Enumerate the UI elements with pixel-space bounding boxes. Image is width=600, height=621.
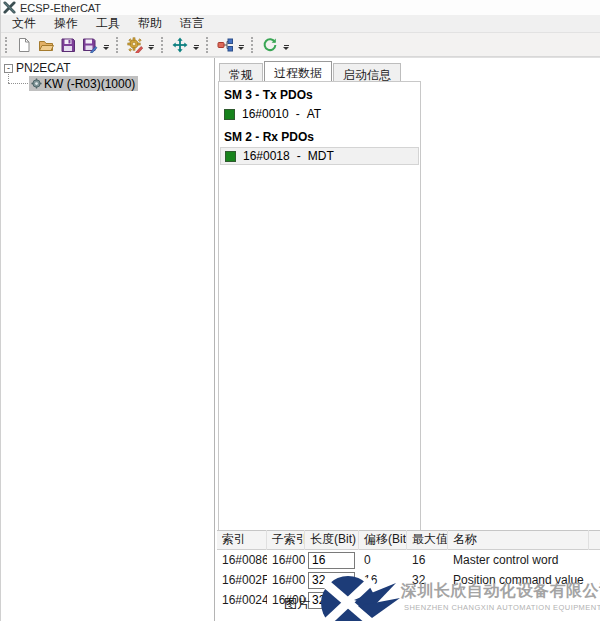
open-folder-icon <box>38 37 54 53</box>
toolbar-grip[interactable] <box>116 37 121 53</box>
pdo-dash: - <box>297 149 301 163</box>
pdo-item-mdt[interactable]: 16#0018 - MDT <box>220 147 419 165</box>
move-button[interactable] <box>170 35 190 55</box>
menu-operation[interactable]: 操作 <box>45 14 87 33</box>
new-file-button[interactable] <box>14 35 34 55</box>
pdo-list: SM 3 - Tx PDOs 16#0010 - AT SM 2 - Rx PD… <box>218 81 421 530</box>
company-name-en: SHENZHEN CHANGXIN AUTOMATION EQUIPMENT C… <box>404 603 600 612</box>
pdo-checkbox-icon[interactable] <box>225 151 236 162</box>
device-gear-icon <box>31 78 42 89</box>
cell-index: 16#0024 <box>217 593 267 607</box>
pdo-index: 16#0010 <box>242 107 289 121</box>
col-header-max[interactable]: 最大值 <box>407 530 448 550</box>
col-header-index[interactable]: 索引 <box>217 530 267 550</box>
pdo-group-title-rx: SM 2 - Rx PDOs <box>219 124 420 146</box>
pdo-checkbox-icon[interactable] <box>224 109 235 120</box>
topology-group-dropdown[interactable] <box>238 45 244 50</box>
tree-device-label: KW (-R03)(1000) <box>44 77 135 91</box>
menu-tools[interactable]: 工具 <box>87 14 129 33</box>
cell-index: 16#002F <box>217 573 267 587</box>
refresh-group-dropdown[interactable] <box>283 45 289 50</box>
app-logo-icon <box>3 1 16 14</box>
cross-arrows-icon <box>172 37 188 53</box>
toolbar <box>1 33 600 57</box>
main-area: - PN2ECAT KW (-R03)(1000) 常规 过程数据 启动信息 <box>1 57 600 621</box>
tab-general[interactable]: 常规 <box>219 63 263 81</box>
settings-group-dropdown[interactable] <box>148 45 154 50</box>
menu-file[interactable]: 文件 <box>3 14 45 33</box>
network-nodes-icon <box>217 37 233 53</box>
image-caption: 图片 <box>284 595 310 613</box>
pdo-item-at[interactable]: 16#0010 - AT <box>220 105 419 123</box>
length-input[interactable] <box>308 552 355 569</box>
tree-root-label[interactable]: PN2ECAT <box>16 61 70 75</box>
menu-help[interactable]: 帮助 <box>129 14 171 33</box>
app-window: ECSP-EtherCAT 文件 操作 工具 帮助 语言 <box>0 0 600 621</box>
cell-subindex: 16#00 <box>267 573 305 587</box>
refresh-button[interactable] <box>260 35 280 55</box>
toolbar-group-file <box>1 34 112 56</box>
tree-connector-line <box>8 83 28 84</box>
toolbar-group-settings <box>112 34 157 56</box>
cell-index: 16#0086 <box>217 553 267 567</box>
pdo-index: 16#0018 <box>243 149 290 163</box>
cell-offset: 0 <box>359 553 407 567</box>
settings-gear-icon <box>127 37 143 53</box>
tree-node-root[interactable]: - PN2ECAT <box>4 61 70 75</box>
move-group-dropdown[interactable] <box>193 45 199 50</box>
device-tree-panel: - PN2ECAT KW (-R03)(1000) <box>1 58 215 621</box>
toolbar-grip[interactable] <box>251 37 256 53</box>
menu-language[interactable]: 语言 <box>171 14 213 33</box>
toolbar-grip[interactable] <box>206 37 211 53</box>
toolbar-group-topology <box>202 34 247 56</box>
cell-subindex: 16#00 <box>267 553 305 567</box>
company-logo-icon <box>314 578 402 621</box>
table-row[interactable]: 16#0086 16#00 0 16 Master control word <box>217 550 600 570</box>
refresh-icon <box>262 37 278 53</box>
save-button[interactable] <box>58 35 78 55</box>
toolbar-grip[interactable] <box>5 37 10 53</box>
save-as-button[interactable] <box>80 35 100 55</box>
col-header-offset[interactable]: 偏移(Bit) <box>359 530 407 550</box>
new-file-icon <box>16 37 32 53</box>
file-group-dropdown[interactable] <box>103 45 109 50</box>
open-button[interactable] <box>36 35 56 55</box>
col-header-filler <box>589 530 600 550</box>
tab-startup-info[interactable]: 启动信息 <box>333 63 401 81</box>
cell-max: 16 <box>407 553 448 567</box>
settings-button[interactable] <box>125 35 145 55</box>
detail-panel: 常规 过程数据 启动信息 SM 3 - Tx PDOs 16#0010 - AT… <box>217 58 600 621</box>
company-watermark: 深圳长欣自动化设备有限公司 SHENZHEN CHANGXIN AUTOMATI… <box>314 578 600 621</box>
pdo-dash: - <box>296 107 300 121</box>
toolbar-group-refresh <box>247 34 292 56</box>
col-header-length[interactable]: 长度(Bit) <box>305 530 359 550</box>
col-header-subindex[interactable]: 子索引 <box>267 530 305 550</box>
tab-process-data[interactable]: 过程数据 <box>264 61 332 81</box>
table-header-row: 索引 子索引 长度(Bit) 偏移(Bit) 最大值 名称 <box>217 530 600 550</box>
pdo-name: AT <box>307 107 321 121</box>
cell-name: Master control word <box>448 553 589 567</box>
company-name-cn: 深圳长欣自动化设备有限公司 <box>401 581 600 602</box>
tree-connector-line <box>8 72 9 83</box>
window-title: ECSP-EtherCAT <box>20 2 101 14</box>
pdo-name: MDT <box>308 149 334 163</box>
menu-bar: 文件 操作 工具 帮助 语言 <box>1 15 600 33</box>
topology-button[interactable] <box>215 35 235 55</box>
pdo-group-title-tx: SM 3 - Tx PDOs <box>219 82 420 104</box>
tab-strip: 常规 过程数据 启动信息 <box>219 61 402 81</box>
toolbar-grip[interactable] <box>161 37 166 53</box>
tree-node-device-selected[interactable]: KW (-R03)(1000) <box>29 76 138 91</box>
title-bar: ECSP-EtherCAT <box>1 0 600 15</box>
col-header-name[interactable]: 名称 <box>448 530 589 550</box>
toolbar-group-move <box>157 34 202 56</box>
save-as-icon <box>82 37 98 53</box>
save-icon <box>60 37 76 53</box>
